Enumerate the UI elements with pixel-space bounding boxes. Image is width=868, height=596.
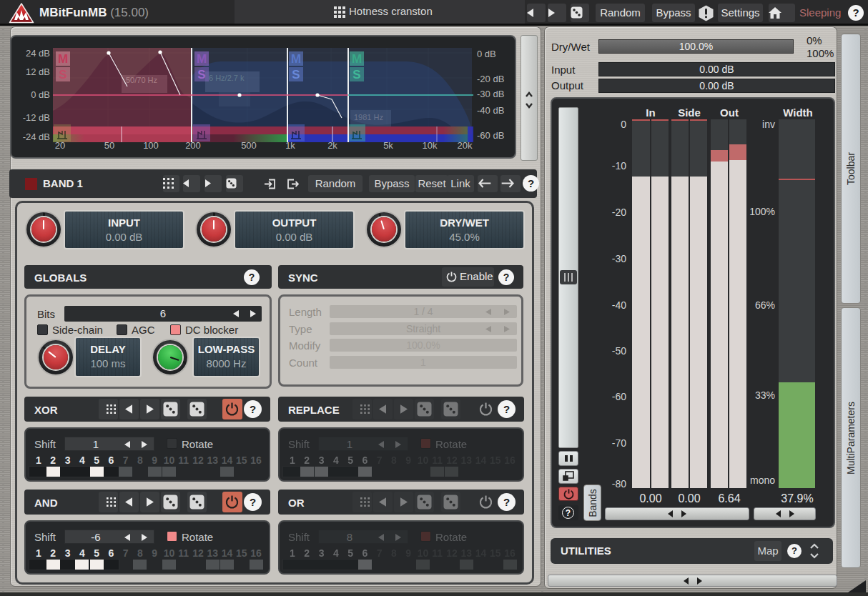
svg-text:20k: 20k xyxy=(458,140,473,151)
svg-text:0 dB: 0 dB xyxy=(477,49,496,59)
svg-text:-12 dB: -12 dB xyxy=(23,112,50,123)
svg-text:S: S xyxy=(352,68,360,81)
svg-text:-60 dB: -60 dB xyxy=(477,130,504,141)
svg-text:-24 dB: -24 dB xyxy=(23,131,50,142)
svg-text:12 dB: 12 dB xyxy=(26,66,50,77)
svg-text:M: M xyxy=(352,52,362,66)
svg-text:50: 50 xyxy=(104,140,114,151)
svg-text:-40 dB: -40 dB xyxy=(477,105,504,116)
svg-text:M: M xyxy=(58,52,68,66)
svg-text:1981 Hz: 1981 Hz xyxy=(354,113,383,121)
svg-text:-30 dB: -30 dB xyxy=(477,89,504,99)
svg-text:50/70 Hz: 50/70 Hz xyxy=(126,76,157,84)
svg-text:100: 100 xyxy=(143,140,159,151)
svg-text:20: 20 xyxy=(55,140,65,151)
svg-text:6 Hz/2.7 k: 6 Hz/2.7 k xyxy=(209,74,245,82)
svg-text:10k: 10k xyxy=(423,140,438,151)
svg-text:24 dB: 24 dB xyxy=(26,48,50,59)
svg-text:-20 dB: -20 dB xyxy=(477,74,504,84)
svg-text:M: M xyxy=(291,52,301,66)
svg-text:0 dB: 0 dB xyxy=(31,89,50,100)
svg-text:2k: 2k xyxy=(327,140,337,151)
svg-text:5k: 5k xyxy=(383,140,393,151)
svg-text:M: M xyxy=(197,52,207,66)
svg-text:S: S xyxy=(59,68,66,81)
svg-text:200: 200 xyxy=(185,140,201,151)
svg-text:S: S xyxy=(292,68,300,81)
svg-text:S: S xyxy=(197,68,205,81)
svg-text:500: 500 xyxy=(241,140,257,151)
svg-text:1k: 1k xyxy=(285,140,295,151)
